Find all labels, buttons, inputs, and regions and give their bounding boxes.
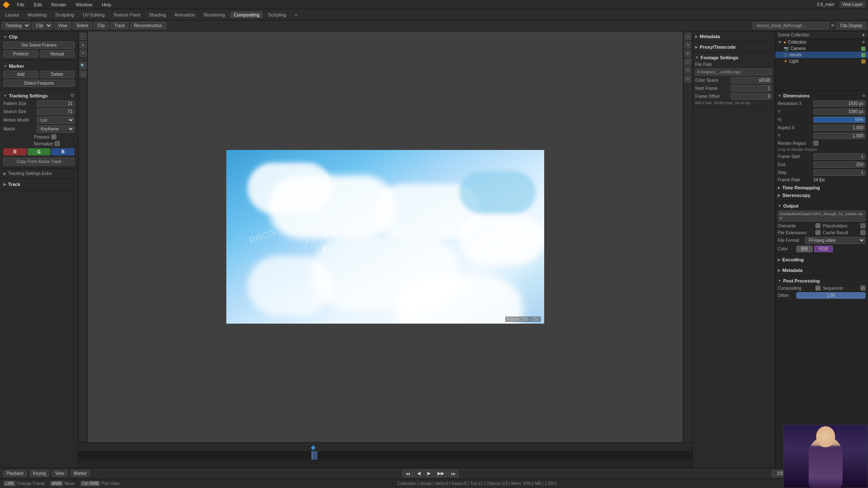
tracking-settings-header[interactable]: ▼ Tracking Settings ⚙ <box>0 92 78 100</box>
clip-btn[interactable]: Clip <box>94 22 108 29</box>
color-space-value[interactable]: sRGB <box>731 77 772 83</box>
motion-model-select[interactable]: Loc <box>37 116 75 124</box>
view-ctrl-btn[interactable]: View <box>52 470 67 477</box>
viewport-icon6[interactable]: ⊟ <box>684 75 691 82</box>
outliner-item-light[interactable]: ☀ Light <box>775 58 868 64</box>
render-region-checkbox[interactable] <box>813 141 818 146</box>
sequencer-checkbox[interactable] <box>860 286 865 291</box>
outliner-item-clouds[interactable]: ⬡ clouds <box>775 52 868 58</box>
viewport-icon3[interactable]: ⊞ <box>684 50 691 57</box>
normalize-checkbox[interactable] <box>55 141 60 146</box>
b-channel-btn[interactable]: B <box>51 148 75 155</box>
close-file-icon[interactable]: ✕ <box>831 23 835 28</box>
clip-section-header[interactable]: ▼ Clip <box>0 33 78 41</box>
delete-marker-btn[interactable]: Delete <box>40 71 75 78</box>
res-pct-value[interactable]: 50% <box>813 116 865 123</box>
tracking-extra-header[interactable]: ▶ Tracking Settings Extra <box>0 170 78 177</box>
tracking-settings-gear-icon[interactable]: ⚙ <box>70 93 75 98</box>
viewport-icon4[interactable]: ◫ <box>684 58 691 65</box>
proxy-header[interactable]: ▶ Proxy/Timecode <box>693 43 775 51</box>
menu-render[interactable]: Render <box>49 1 69 8</box>
metadata-header[interactable]: ▶ Metadata <box>693 33 775 40</box>
compositing-checkbox[interactable] <box>815 286 821 291</box>
add-marker-btn[interactable]: Add <box>3 71 38 78</box>
set-scene-frames-btn[interactable]: Set Scene Frames <box>3 42 75 49</box>
match-select[interactable]: Keyframe <box>37 125 75 133</box>
cache-result-checkbox[interactable] <box>860 230 865 235</box>
select-btn[interactable]: Select <box>73 22 92 29</box>
playback-btn[interactable]: Playback <box>3 470 27 477</box>
tab-sculpting[interactable]: Sculpting <box>52 11 78 18</box>
file-extensions-checkbox[interactable] <box>815 230 821 235</box>
tab-shading[interactable]: Shading <box>145 11 169 18</box>
reconstruction-btn[interactable]: Reconstruction <box>130 22 166 29</box>
stereoscopy-header[interactable]: ▶ Stereoscopy <box>775 191 868 199</box>
tab-uv-editing[interactable]: UV Editing <box>79 11 108 18</box>
track-section-header[interactable]: ▶ Track <box>0 180 78 188</box>
dimensions-settings-icon[interactable]: ⚙ <box>862 94 865 98</box>
clip-display-btn[interactable]: Clip Display <box>836 22 866 29</box>
file-path-value[interactable]: //./mrgreco_...combo.mp4 <box>695 69 772 75</box>
viewport-image-area[interactable]: RRCG 人人素材 www.rrcg.cn RRCG 人人素材 ⬆ Frame:… <box>88 31 683 442</box>
view-btn[interactable]: View <box>54 22 71 29</box>
encoding-header[interactable]: ▶ Encoding <box>775 256 868 263</box>
menu-help[interactable]: Help <box>100 1 114 8</box>
res-y-value[interactable]: 1080 px <box>813 108 865 115</box>
outliner-item-collection[interactable]: ▼ ● Collection 👁 <box>775 39 868 45</box>
menu-window[interactable]: Window <box>74 1 95 8</box>
tab-rendering[interactable]: Rendering <box>200 11 228 18</box>
timeline-bar[interactable] <box>78 443 692 451</box>
filter-icon[interactable]: ▼ <box>862 33 865 37</box>
menu-file[interactable]: File <box>15 1 27 8</box>
tool-move-icon[interactable]: ✛ <box>80 50 86 57</box>
timeline-track[interactable] <box>78 451 692 460</box>
search-size-value[interactable]: 71 <box>37 108 75 115</box>
prepass-checkbox[interactable] <box>51 134 56 139</box>
metadata-props-header[interactable]: ▶ Metadata <box>775 266 868 274</box>
clip-select[interactable]: Clip <box>32 22 53 29</box>
output-header[interactable]: ▼ Output <box>775 202 868 210</box>
time-remapping-header[interactable]: ▶ Time Remapping <box>775 184 868 191</box>
dimensions-header[interactable]: ▼ Dimensions ⚙ <box>775 92 868 100</box>
frame-offset-value[interactable]: 0 <box>731 93 772 100</box>
viewport-icon5[interactable]: ⊡ <box>684 67 691 74</box>
menu-edit[interactable]: Edit <box>32 1 44 8</box>
bw-btn[interactable]: BW <box>796 246 812 252</box>
placeholders-checkbox[interactable] <box>860 223 865 228</box>
output-path-value[interactable]: /media/kent/Data/CGPro_through_01_combo.… <box>778 211 865 222</box>
tab-layout[interactable]: Layout <box>2 11 22 18</box>
frame-end-value[interactable]: 250 <box>813 161 865 168</box>
prefetch-btn[interactable]: Prefetch <box>3 50 38 58</box>
marker-section-header[interactable]: ▼ Marker <box>0 62 78 70</box>
post-processing-header[interactable]: ▼ Post Processing <box>775 277 868 285</box>
tool-track-icon[interactable]: ◎ <box>80 71 86 78</box>
aspect-x-value[interactable]: 1.000 <box>813 125 865 131</box>
tool-zoom-icon[interactable]: 🔍 <box>80 62 86 69</box>
tab-scripting[interactable]: Scripting <box>264 11 289 18</box>
r-channel-btn[interactable]: R <box>3 148 27 155</box>
dither-value[interactable]: 1.00 <box>796 292 865 299</box>
copy-from-active-track-btn[interactable]: Copy From Active Track <box>3 158 75 166</box>
aspect-y-value[interactable]: 1.000 <box>813 133 865 139</box>
frame-start-value[interactable]: 1 <box>813 153 865 160</box>
outliner-item-camera[interactable]: 📷 Camera <box>775 45 868 52</box>
skip-end-btn[interactable]: ⏭ <box>448 470 459 477</box>
pattern-size-value[interactable]: 21 <box>37 100 75 107</box>
tracking-mode-select[interactable]: Tracking <box>2 22 31 29</box>
res-x-value[interactable]: 1920 px <box>813 100 865 107</box>
viewport-icon1[interactable]: ◷ <box>684 33 691 40</box>
view-layer-btn[interactable]: View Layer <box>840 1 865 8</box>
prev-frame-btn[interactable]: ◀ <box>414 469 423 477</box>
play-btn[interactable]: ▶ <box>424 469 434 477</box>
rgb-color-btn[interactable]: RGB <box>814 246 833 252</box>
footage-settings-header[interactable]: ▼ Footage Settings <box>693 54 775 61</box>
file-format-select[interactable]: FFmpeg video <box>805 237 865 244</box>
tool-cursor-icon[interactable]: ⊕ <box>80 42 86 48</box>
tab-modeling[interactable]: Modeling <box>24 11 50 18</box>
tab-texture-paint[interactable]: Texture Paint <box>110 11 144 18</box>
tab-add[interactable]: + <box>291 11 300 18</box>
next-frame-btn[interactable]: ▶▶ <box>434 469 447 477</box>
track-btn[interactable]: Track <box>111 22 129 29</box>
viewport-icon2[interactable]: ⧉ <box>684 42 691 48</box>
keying-btn[interactable]: Keying <box>30 470 49 477</box>
